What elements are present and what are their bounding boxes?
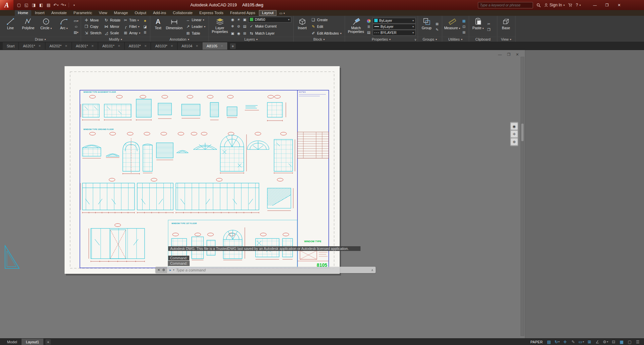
- match-properties-button[interactable]: Match Properties: [347, 16, 365, 37]
- annotation-monitor-button[interactable]: ✎: [570, 339, 577, 345]
- create-block-button[interactable]: ❏Create: [310, 17, 343, 23]
- tab-close-icon[interactable]: ✕: [38, 44, 41, 48]
- layer-properties-button[interactable]: Layer Properties: [211, 16, 229, 37]
- app-store-icon[interactable]: [568, 3, 572, 7]
- base-button[interactable]: Base: [499, 16, 513, 37]
- command-close-icon[interactable]: ✕: [157, 268, 160, 272]
- ribbon-tab-home[interactable]: Home: [15, 10, 31, 16]
- panel-draw-label[interactable]: Draw▾: [0, 37, 81, 42]
- qat-customize-button[interactable]: ▾: [71, 2, 78, 9]
- linetype-combo[interactable]: BYLAYER ▾: [373, 30, 416, 36]
- doc-tab-a6301[interactable]: A6301*✕: [72, 42, 99, 50]
- ellipse-tool-button[interactable]: ○: [73, 24, 79, 29]
- space-mode-label[interactable]: PAPER: [530, 340, 543, 344]
- fillet-button[interactable]: ╭Fillet▾: [122, 24, 141, 30]
- panel-utilities-label[interactable]: Utilities▾: [442, 37, 469, 42]
- group-edit-button[interactable]: ✎: [434, 27, 440, 32]
- layer-isolate-icon[interactable]: ▤: [242, 24, 248, 29]
- trim-button[interactable]: ✂Trim▾: [122, 17, 141, 24]
- graphics-performance-button[interactable]: ▦: [618, 339, 625, 345]
- panel-modify-label[interactable]: Modify▾: [81, 37, 150, 42]
- panel-properties-label[interactable]: Properties▾: [345, 37, 418, 42]
- ribbon-tab-insert[interactable]: Insert: [32, 10, 48, 16]
- autoscale-button[interactable]: ✛: [562, 339, 569, 345]
- model-tab[interactable]: Model: [3, 339, 22, 345]
- search-icon[interactable]: [536, 3, 541, 7]
- leader-button[interactable]: ↗Leader▾: [185, 24, 206, 30]
- insert-button[interactable]: Insert: [296, 16, 309, 37]
- tab-close-icon[interactable]: ✕: [144, 44, 147, 48]
- tab-close-icon[interactable]: ✕: [171, 44, 174, 48]
- ribbon-tab-featured-apps[interactable]: Featured Apps: [227, 10, 258, 16]
- minimize-button[interactable]: —: [589, 1, 601, 9]
- pan-button[interactable]: ✛: [511, 131, 518, 137]
- clean-screen-button[interactable]: ▢: [626, 339, 633, 345]
- workspace-switching-button[interactable]: ⚙▾: [602, 339, 609, 345]
- new-file-icon[interactable]: ▢: [15, 2, 23, 9]
- copy-clip-button[interactable]: ❐: [486, 27, 492, 32]
- lineweight-combo[interactable]: ByLayer ▾: [373, 24, 416, 30]
- layer-select-combo[interactable]: DIM50 ▾: [248, 17, 291, 23]
- hatch-tool-button[interactable]: ▨▾: [73, 30, 79, 35]
- panel-annotation-label[interactable]: Annotation▾: [150, 37, 209, 42]
- copy-button[interactable]: ❐Copy: [83, 24, 102, 30]
- measure-button[interactable]: Measure ▾: [444, 16, 460, 37]
- paste-button[interactable]: Paste ▾: [471, 16, 485, 37]
- erase-button[interactable]: ◪: [142, 24, 148, 29]
- tab-close-icon[interactable]: ✕: [91, 44, 94, 48]
- scale-button[interactable]: ◿Scale: [103, 30, 121, 36]
- offset-button[interactable]: ≣: [142, 30, 148, 35]
- scrollbar-thumb[interactable]: [521, 124, 524, 141]
- layer-off-icon[interactable]: ⊘: [236, 24, 241, 29]
- undo-button[interactable]: ↶▾: [52, 2, 60, 9]
- new-layout-button[interactable]: +: [45, 339, 51, 345]
- doc-tab-a6202[interactable]: A6202*✕: [45, 42, 72, 50]
- ribbon-tab-collaborate[interactable]: Collaborate: [170, 10, 196, 16]
- save-file-icon[interactable]: ◨: [30, 2, 37, 9]
- panel-block-label[interactable]: Block▾: [294, 37, 345, 42]
- ribbon-tab-layout[interactable]: Layout: [259, 10, 277, 16]
- command-input-field[interactable]: ▸ ▾ ∧: [167, 267, 376, 273]
- polyline-button[interactable]: Polyline: [20, 16, 37, 37]
- quick-calc-button[interactable]: ⊞: [461, 30, 467, 35]
- doc-restore-icon[interactable]: ❐: [507, 52, 510, 57]
- tab-close-icon[interactable]: ✕: [196, 44, 198, 48]
- ribbon-tab-output[interactable]: Output: [131, 10, 149, 16]
- layer-unlock-icon[interactable]: ▣: [230, 31, 235, 36]
- doc-tab-a8104[interactable]: A8104✕: [178, 42, 202, 50]
- grid-display-button[interactable]: ⊞: [586, 339, 593, 345]
- explode-button[interactable]: ✷: [142, 18, 148, 24]
- line-button[interactable]: Line: [2, 16, 19, 37]
- plot-icon[interactable]: ▤: [45, 2, 52, 9]
- cut-button[interactable]: ✂: [486, 21, 492, 26]
- panel-view-label[interactable]: View▾: [497, 37, 515, 42]
- mirror-button[interactable]: ⋈Mirror: [103, 24, 121, 30]
- steering-wheel-button[interactable]: ◉: [511, 123, 518, 130]
- stretch-button[interactable]: ⇲Stretch: [83, 30, 102, 36]
- recent-commands-dropdown-icon[interactable]: ▾: [173, 268, 174, 271]
- doc-tab-a8103[interactable]: A8103*✕: [151, 42, 178, 50]
- doc-tab-start[interactable]: Start: [3, 42, 19, 50]
- layer-freeze-icon[interactable]: ❄: [230, 24, 235, 29]
- doc-tab-a8101[interactable]: A8101*✕: [98, 42, 125, 50]
- zoom-button[interactable]: ⊕: [511, 138, 518, 145]
- save-as-icon[interactable]: ◧: [38, 2, 45, 9]
- layer-thaw-icon[interactable]: ☀: [236, 17, 241, 22]
- new-drawing-button[interactable]: +: [230, 43, 236, 49]
- arc-button[interactable]: Arc ▾: [55, 16, 72, 37]
- rectangle-tool-button[interactable]: ▭▾: [73, 18, 79, 24]
- tab-close-icon[interactable]: ✕: [65, 44, 68, 48]
- selection-cycling-button[interactable]: ▭▾: [578, 339, 585, 345]
- ribbon-tab-annotate[interactable]: Annotate: [48, 10, 70, 16]
- layer-lock-icon[interactable]: ▣: [242, 17, 248, 22]
- quick-select-button[interactable]: ▦: [461, 18, 467, 24]
- paper-space-toggle[interactable]: ▤: [545, 339, 553, 345]
- linear-button[interactable]: ↔Linear▾: [185, 17, 206, 23]
- array-button[interactable]: ⊞Array▾: [122, 30, 141, 36]
- circle-button[interactable]: Circle ▾: [38, 16, 54, 37]
- vertical-scrollbar[interactable]: [521, 57, 524, 336]
- dimension-button[interactable]: Dimension: [165, 16, 184, 37]
- drawing-window[interactable]: — ❐ ✕ NOTES: [0, 50, 525, 338]
- layout1-tab[interactable]: Layout1: [22, 339, 43, 345]
- doc-minimize-icon[interactable]: —: [498, 52, 502, 57]
